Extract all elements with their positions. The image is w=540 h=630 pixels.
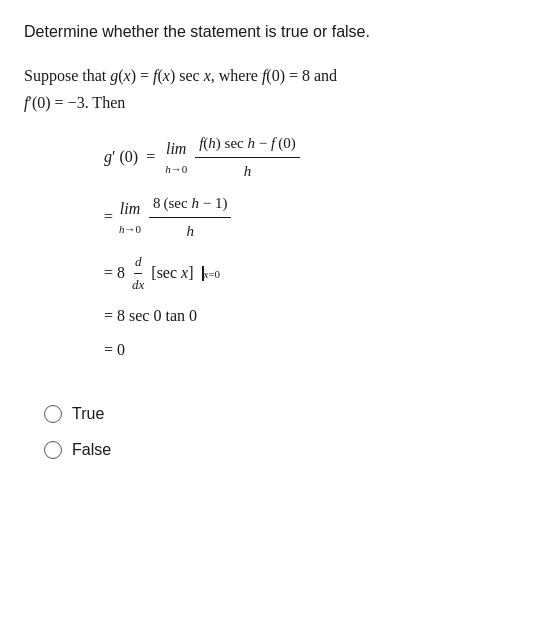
line5-text: = 0: [104, 338, 125, 362]
d-denominator: dx: [131, 274, 145, 295]
fraction-2: 8 (sec h − 1) h: [149, 192, 231, 242]
radio-false[interactable]: [44, 441, 62, 459]
evaluation-bar: x=0: [200, 266, 221, 281]
lim-subscript-2: h→0: [119, 221, 141, 238]
math-line-3: = 8 d dx [sec x] x=0: [104, 252, 222, 294]
lim-subscript-1: h→0: [165, 161, 187, 178]
radio-true[interactable]: [44, 405, 62, 423]
equals-sign-3: = 8: [104, 261, 125, 285]
option-true[interactable]: True: [44, 402, 516, 426]
math-line-5: = 0: [104, 338, 125, 362]
fraction-2-denominator: h: [182, 218, 198, 243]
fraction-1-numerator: f(h) sec h − f (0): [195, 132, 299, 158]
instruction-text: Determine whether the statement is true …: [24, 20, 516, 44]
lim-text-1: lim: [166, 137, 186, 161]
line4-text: = 8 sec 0 tan 0: [104, 304, 197, 328]
g-prime-label: g′ (0): [104, 145, 138, 169]
math-line-2: = lim h→0 8 (sec h − 1) h: [104, 192, 233, 242]
math-derivation: g′ (0) = lim h→0 f(h) sec h − f (0) h = …: [104, 132, 516, 362]
fraction-2-numerator: 8 (sec h − 1): [149, 192, 231, 218]
eval-subscript: x=0: [204, 266, 221, 283]
limit-operator-1: lim h→0: [165, 137, 187, 178]
equals-sign-1: =: [142, 145, 159, 169]
limit-operator-2: lim h→0: [119, 197, 141, 238]
problem-statement: Suppose that g(x) = f(x) sec x, where f(…: [24, 62, 516, 116]
option-false-label: False: [72, 438, 111, 462]
problem-line2: f′(0) = −3. Then: [24, 94, 125, 111]
equals-sign-2: =: [104, 205, 113, 229]
math-line-4: = 8 sec 0 tan 0: [104, 304, 197, 328]
fraction-1-denominator: h: [240, 158, 256, 183]
option-false[interactable]: False: [44, 438, 516, 462]
bracket-open: [sec x]: [151, 261, 193, 285]
fraction-1: f(h) sec h − f (0) h: [195, 132, 299, 182]
d-numerator: d: [134, 252, 143, 274]
math-line-1: g′ (0) = lim h→0 f(h) sec h − f (0) h: [104, 132, 302, 182]
lim-text-2: lim: [120, 197, 140, 221]
d-by-dx: d dx: [131, 252, 145, 294]
answer-options: True False: [44, 402, 516, 462]
option-true-label: True: [72, 402, 104, 426]
problem-line1: Suppose that g(x) = f(x) sec x, where f(…: [24, 67, 337, 84]
